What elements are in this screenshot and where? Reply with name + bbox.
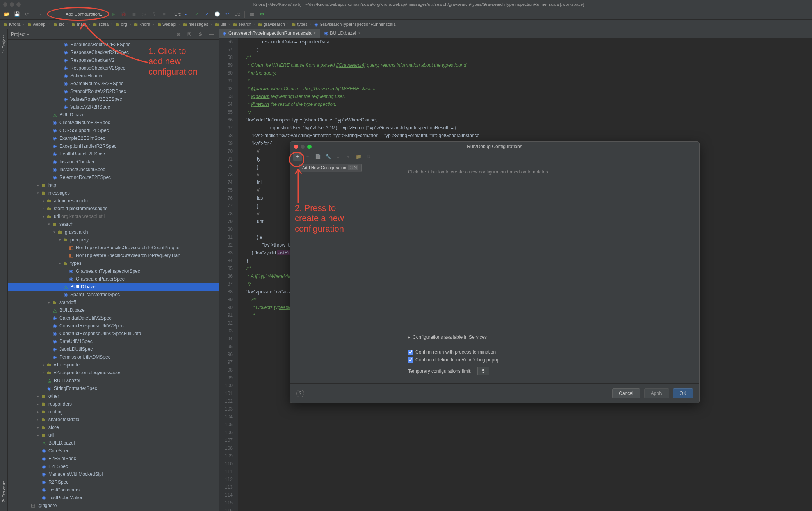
forward-icon[interactable]: → bbox=[47, 10, 56, 18]
tree-item[interactable]: ◉CORSSupportE2ESpec bbox=[8, 127, 219, 134]
tree-item[interactable]: ◉R2RSpec bbox=[8, 478, 219, 486]
git-update-icon[interactable]: ✓ bbox=[182, 10, 191, 18]
tree-item[interactable]: ◬BUILD.bazel bbox=[8, 111, 219, 119]
tree-item[interactable]: ◧NonTriplestoreSpecificGravsearchToPrequ… bbox=[8, 252, 219, 259]
tree-item[interactable]: ◉ConstructResponseUtilV2SpecFullData bbox=[8, 330, 219, 338]
tree-item[interactable]: ◉StringFormatterSpec bbox=[8, 384, 219, 392]
tree-item[interactable]: ◬BUILD.bazel bbox=[8, 283, 219, 291]
back-icon[interactable]: ← bbox=[37, 10, 46, 18]
breadcrumb-item[interactable]: 🖿 messages bbox=[182, 22, 213, 27]
tree-item[interactable]: ◉TestContainers bbox=[8, 486, 219, 494]
tree-item[interactable]: ◉E2ESpec bbox=[8, 463, 219, 470]
gear-icon[interactable]: ⚙ bbox=[196, 30, 205, 39]
tree-item[interactable]: ▾🖿types bbox=[8, 259, 219, 267]
target-icon[interactable]: ⊕ bbox=[174, 30, 183, 39]
tree-item[interactable]: ◉CalendarDateUtilV2Spec bbox=[8, 314, 219, 322]
tree-item[interactable]: ▤.gitignore bbox=[8, 502, 219, 509]
tree-item[interactable]: ◉ResponseCheckerV2Spec bbox=[8, 64, 219, 72]
tree-item[interactable]: ▸🖿store bbox=[8, 423, 219, 431]
folder-button[interactable]: 📁 bbox=[354, 152, 363, 161]
tree-item[interactable]: ◉SparqlTransformerSpec bbox=[8, 291, 219, 298]
breadcrumb-item[interactable]: ◉ GravsearchTypeInspectionRunner.scala bbox=[313, 22, 399, 27]
tree-item[interactable]: ◉ResponseCheckerV2 bbox=[8, 56, 219, 64]
breadcrumb-item[interactable]: 🖿 scala bbox=[92, 22, 113, 27]
tree-item[interactable]: ▾🖿search bbox=[8, 220, 219, 228]
tree-item[interactable]: ◬BUILD.bazel bbox=[8, 509, 219, 511]
tree-item[interactable]: ◉StandoffRouteV2R2RSpec bbox=[8, 88, 219, 95]
zoom-dot[interactable] bbox=[16, 2, 21, 7]
tree-item[interactable]: ▾🖿prequery bbox=[8, 236, 219, 244]
structure-icon[interactable]: ▦ bbox=[248, 10, 256, 18]
breadcrumb-item[interactable]: 🖿 search bbox=[232, 22, 256, 27]
tree-item[interactable]: ▸🖿store.triplestoremessages bbox=[8, 205, 219, 213]
dialog-close-icon[interactable] bbox=[294, 145, 298, 149]
move-down-button[interactable]: ▾ bbox=[344, 152, 353, 161]
breadcrumb-item[interactable]: 🖿 main bbox=[70, 22, 91, 27]
ok-button[interactable]: OK bbox=[673, 388, 693, 398]
project-panel-title[interactable]: Project ▾ bbox=[11, 32, 174, 37]
tree-item[interactable]: ◉DateUtilV1Spec bbox=[8, 338, 219, 345]
gutter-project[interactable]: 1: Project bbox=[2, 30, 6, 58]
refresh-icon[interactable]: ⟳ bbox=[23, 10, 31, 18]
tree-item[interactable]: ▸🖿other bbox=[8, 392, 219, 400]
edit-templates-button[interactable]: 🔧 bbox=[324, 152, 332, 161]
dialog-zoom-icon[interactable] bbox=[307, 145, 312, 149]
tree-item[interactable]: ◉InstanceChecker bbox=[8, 158, 219, 166]
breadcrumb-item[interactable]: 🖿 util bbox=[214, 22, 231, 27]
tree-item[interactable]: ◉GravsearchTypeInspectorSpec bbox=[8, 267, 219, 275]
sort-button[interactable]: ⇅ bbox=[364, 152, 373, 161]
git-history-icon[interactable]: 🕘 bbox=[213, 10, 221, 18]
tree-item[interactable]: ▸🖿util bbox=[8, 431, 219, 439]
tree-item[interactable]: ◉ManagersWithMockedSipi bbox=[8, 470, 219, 478]
editor-tabs[interactable]: ◉ GravsearchTypeInspectionRunner.scala ×… bbox=[219, 29, 812, 38]
confirm-delete-checkbox[interactable] bbox=[408, 357, 413, 363]
tree-item[interactable]: ◉ClientApiRouteE2ESpec bbox=[8, 119, 219, 127]
tree-item[interactable]: ◉CoreSpec bbox=[8, 447, 219, 455]
stop-icon[interactable]: ■ bbox=[160, 10, 168, 18]
tree-item[interactable]: ▾🖿gravsearch bbox=[8, 228, 219, 236]
cancel-button[interactable]: Cancel bbox=[612, 388, 640, 398]
tree-item[interactable]: ◧NonTriplestoreSpecificGravsearchToCount… bbox=[8, 244, 219, 252]
open-icon[interactable]: 📂 bbox=[2, 10, 11, 18]
profile-icon[interactable]: ◷ bbox=[139, 10, 148, 18]
add-config-button[interactable]: ＋ bbox=[293, 152, 302, 161]
editor-tab[interactable]: ◉ GravsearchTypeInspectionRunner.scala × bbox=[219, 29, 320, 38]
tree-item[interactable]: ◉SchemaHeader bbox=[8, 72, 219, 80]
tree-item[interactable]: ◉ExceptionHandlerR2RSpec bbox=[8, 142, 219, 150]
tree-item[interactable]: ◬BUILD.bazel bbox=[8, 377, 219, 384]
tree-item[interactable]: ◉ResponseCheckerR2RSpec bbox=[8, 48, 219, 56]
tree-item[interactable]: ◉ExampleE2ESimSpec bbox=[8, 134, 219, 142]
tree-item[interactable]: ◉ResourcesRouteV2E2ESpec bbox=[8, 41, 219, 48]
move-up-button[interactable]: ▴ bbox=[334, 152, 342, 161]
git-push-icon[interactable]: ↗ bbox=[203, 10, 211, 18]
run-icon[interactable]: ▶ bbox=[109, 10, 118, 18]
save-icon[interactable]: 💾 bbox=[12, 10, 21, 18]
tree-item[interactable]: ▸🖿v2.responder.ontologymessages bbox=[8, 369, 219, 377]
git-commit-icon[interactable]: ✓ bbox=[192, 10, 201, 18]
tree-item[interactable]: ◬BUILD.bazel bbox=[8, 439, 219, 447]
collapse-icon[interactable]: ⇱ bbox=[185, 30, 194, 39]
git-branch-icon[interactable]: ⎇ bbox=[233, 10, 242, 18]
breadcrumb-item[interactable]: 🖿 types bbox=[290, 22, 312, 27]
min-dot[interactable] bbox=[10, 2, 14, 7]
tree-item[interactable]: ▾🖿utilorg.knora.webapi.util bbox=[8, 213, 219, 220]
add-configuration-dropdown[interactable]: Add Configuration... bbox=[62, 11, 107, 17]
tree-item[interactable]: ◉GravsearchParserSpec bbox=[8, 275, 219, 283]
tree-item[interactable]: ◉PermissionUtilADMSpec bbox=[8, 353, 219, 361]
tree-item[interactable]: ◉InstanceCheckerSpec bbox=[8, 166, 219, 173]
breadcrumb-item[interactable]: 🖿 Knora bbox=[2, 22, 25, 27]
breadcrumb-item[interactable]: 🖿 org bbox=[114, 22, 132, 27]
tree-item[interactable]: ◉JsonLDUtilSpec bbox=[8, 345, 219, 353]
bazel-icon[interactable]: ❇ bbox=[258, 10, 266, 18]
coverage-icon[interactable]: ▣ bbox=[129, 10, 138, 18]
attach-icon[interactable]: ⟆ bbox=[150, 10, 158, 18]
tree-item[interactable]: ◉ConstructResponseUtilV2Spec bbox=[8, 322, 219, 330]
gutter-structure[interactable]: 7: Structure bbox=[2, 475, 6, 507]
tree-item[interactable]: ▾🖿messages bbox=[8, 189, 219, 197]
tree-item[interactable]: ▸🖿http bbox=[8, 181, 219, 189]
editor-tab[interactable]: ◉ BUILD.bazel × bbox=[320, 29, 365, 38]
project-tree[interactable]: ◉ResourcesRouteV2E2ESpec◉ResponseChecker… bbox=[8, 40, 219, 511]
debug-icon[interactable]: 🐞 bbox=[119, 10, 128, 18]
breadcrumb-item[interactable]: 🖿 gravsearch bbox=[257, 22, 290, 27]
tree-item[interactable]: ◉HealthRouteE2ESpec bbox=[8, 150, 219, 158]
